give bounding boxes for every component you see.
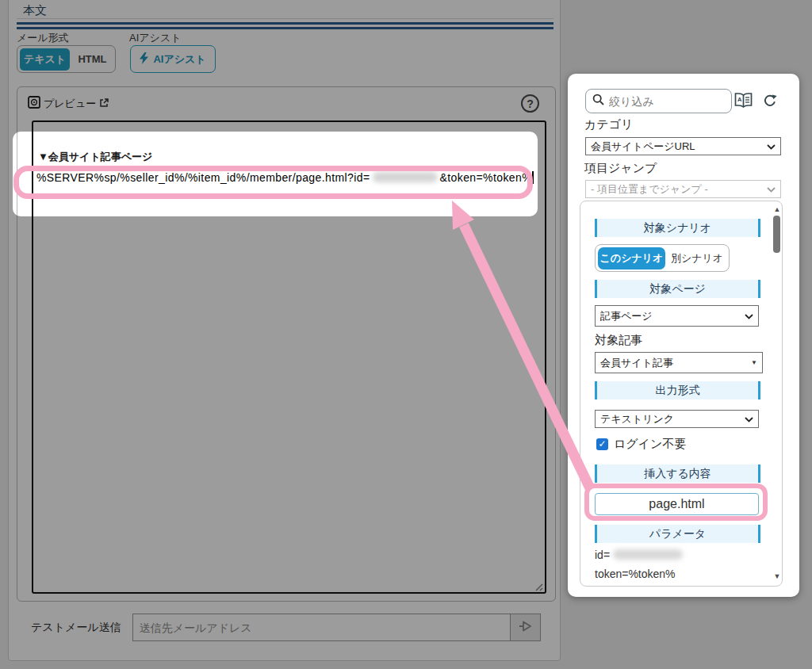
item-jump-label: 項目ジャンプ [584,161,657,176]
lightning-icon [140,52,148,67]
other-scenario-button[interactable]: 別シナリオ [665,251,729,266]
help-icon[interactable]: ? [521,94,539,113]
checkbox-checked-icon[interactable]: ✓ [596,438,608,450]
mail-format-toggle: テキスト HTML [17,45,116,73]
glossary-book-icon[interactable]: A [734,93,753,111]
ai-assist-label: AIアシスト [129,31,182,45]
insert-item-panel: A カテゴリ 会員サイトページURL 項目ジャンプ - 項目位置までジャンプ -… [568,74,799,597]
no-login-label: ログイン不要 [614,437,686,452]
external-link-icon[interactable] [99,97,109,111]
item-jump-select[interactable]: - 項目位置までジャンプ - [585,180,781,198]
preview-panel: プレビュー ? ▼会員サイト記事ページ %SERVER%sp/%seller_i… [17,86,556,602]
dropdown-triangle-icon: ▼ [751,359,757,366]
ai-assist-button[interactable]: AIアシスト [130,45,216,73]
section-insert-content: 挿入する内容 [595,464,760,483]
mail-format-label: メール形式 [17,31,69,45]
ai-assist-button-label: AIアシスト [153,52,205,67]
output-format-select[interactable]: テキストリンク [595,410,759,428]
scroll-down-icon[interactable]: ▼ [773,572,781,580]
scenario-toggle: このシナリオ 別シナリオ [595,244,730,272]
chevron-down-icon [767,140,776,152]
send-test-mail-button[interactable] [511,614,541,641]
target-page-select[interactable]: 記事ページ [595,305,759,327]
this-scenario-button[interactable]: このシナリオ [598,247,665,270]
body-section-title: 本文 [23,3,47,18]
format-text-button[interactable]: テキスト [20,48,70,71]
search-icon [592,94,604,109]
preview-url-line: %SERVER%sp/%seller_id%/%item_id%/member/… [36,171,534,184]
chevron-down-icon [745,413,753,425]
chevron-down-icon [767,183,776,195]
svg-text:A: A [737,96,742,103]
send-icon [518,621,532,635]
refresh-icon[interactable] [763,94,777,111]
no-login-checkbox-row[interactable]: ✓ ログイン不要 [596,437,686,452]
blurred-param-id-value [613,549,683,560]
options-scroll-area: ▲ ▼ 対象シナリオ このシナリオ 別シナリオ 対象ページ 記事ページ 対象記事… [580,201,783,587]
format-html-button[interactable]: HTML [70,53,115,65]
param-token-line: token=%token% [595,568,676,580]
title-divider [17,18,553,19]
category-label: カテゴリ [584,117,633,132]
section-parameters: パラメータ [595,525,760,543]
target-article-select[interactable]: 会員サイト記事 ▼ [595,352,763,373]
double-rule [17,22,553,29]
mail-compose-panel: 本文 メール形式 AIアシスト テキスト HTML AIアシスト プレビュー [8,0,561,661]
section-target-page: 対象ページ [595,280,760,298]
param-id-line: id= [595,549,683,561]
scrollbar-thumb[interactable] [773,216,780,253]
preview-icon [28,96,40,112]
filter-search-input[interactable] [609,95,712,108]
resize-handle-icon[interactable] [533,580,543,591]
preview-title: プレビュー [44,97,96,111]
test-mail-address-input[interactable] [132,614,511,641]
insert-page-html-button[interactable]: page.html [595,493,759,515]
chevron-down-icon [745,310,753,322]
test-mail-label: テストメール送信 [31,621,121,635]
preview-article-heading: ▼会員サイト記事ページ [38,150,152,164]
preview-editor[interactable]: ▼会員サイト記事ページ %SERVER%sp/%seller_id%/%item… [32,120,546,594]
target-article-label: 対象記事 [595,333,642,348]
category-select[interactable]: 会員サイトページURL [585,137,781,155]
filter-search-box [585,89,732,113]
section-output-format: 出力形式 [595,381,760,399]
scroll-up-icon[interactable]: ▲ [773,205,781,213]
section-target-scenario: 対象シナリオ [595,219,760,237]
blurred-id-value [373,172,438,182]
text-caret [532,171,534,184]
